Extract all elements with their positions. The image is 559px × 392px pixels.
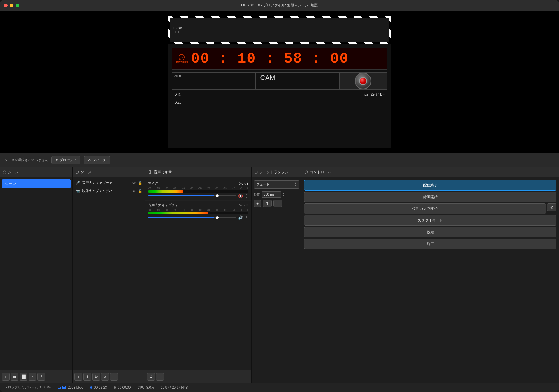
chevron-up-icon[interactable]: ▲ [295, 182, 297, 184]
minimize-button[interactable] [10, 4, 13, 7]
no-source-label: ソースが選択されていません [4, 158, 48, 163]
scene-panel-icon: ⬡ [3, 170, 6, 174]
video-preview: PROD. TITLE ○ FREERUN 00 : 10 : 58 : 00 … [168, 16, 391, 148]
scene-delete-button[interactable]: 🗑 [11, 373, 18, 381]
duration-down-icon[interactable]: ▼ [282, 195, 285, 197]
controls-panel-header: ⬡ コントロール [302, 167, 559, 177]
capture-more-button[interactable]: ⋮ [245, 215, 248, 220]
scene-list: シーン [0, 177, 72, 370]
duration-label: 期間 [254, 192, 260, 197]
mic-mute-button[interactable]: 🔇 [238, 194, 243, 198]
source-toolbar: ソースが選択されていません ⚙ プロパティ 🗂 フィルタ [0, 153, 559, 167]
virtual-cam-button[interactable]: 仮想カメラ開始 [304, 203, 546, 214]
studio-mode-button[interactable]: スタジオモード [304, 215, 556, 226]
bitrate-chart [58, 386, 66, 389]
transition-type-select[interactable]: フェード ▲ ▼ [254, 180, 299, 189]
audio-panel-title: 音声ミキサー [154, 170, 176, 175]
transition-panel-header: ⬡ シーントランジシ... [252, 167, 302, 177]
main-panels: ⬡ シーン シーン + 🗑 ⬜ ∧ ⋮ ⬡ ソース 🎤 音声入力キャプチャ 👁 … [0, 167, 559, 383]
duration-input[interactable]: 300 ms [262, 191, 281, 198]
dropped-frames-label: ドロップしたフレーム 0 (0.0%) [4, 385, 52, 390]
capture-meter-bar [148, 212, 248, 214]
record-inner [359, 77, 367, 85]
source-add-button[interactable]: + [74, 373, 82, 381]
dropped-frames-status: ドロップしたフレーム 0 (0.0%) [4, 385, 52, 390]
source-item-audio[interactable]: 🎤 音声入力キャプチャ 👁 🔒 [73, 179, 145, 187]
transition-more-button[interactable]: ⋮ [273, 200, 282, 207]
capture-volume-icon[interactable]: 🔊 [238, 215, 243, 220]
source-delete-button[interactable]: 🗑 [83, 373, 91, 381]
scene-more-button[interactable]: ⋮ [37, 373, 45, 381]
mic-volume-fill [148, 195, 214, 196]
duration-spinner[interactable]: ▲ ▼ [282, 192, 285, 197]
fps-value: 29.97 DF [371, 92, 385, 96]
lock-icon-2[interactable]: 🔒 [138, 189, 142, 193]
source-video-actions: 👁 🔒 [132, 189, 142, 193]
transition-add-button[interactable]: + [254, 200, 261, 207]
record-button[interactable]: 録画開始 [304, 192, 556, 202]
audio-more-button[interactable]: ⋮ [156, 373, 164, 381]
mic-volume-thumb[interactable] [216, 194, 219, 197]
capture-volume-slider[interactable] [148, 217, 236, 218]
bar-3 [62, 386, 63, 389]
window-title: OBS 30.1.0 - プロファイル: 無題 - シーン: 無題 [241, 3, 318, 8]
capture-volume-fill [148, 217, 214, 218]
source-settings-button[interactable]: ⚙ [92, 373, 100, 381]
chevron-down-icon[interactable]: ▼ [295, 185, 297, 187]
duration-up-icon[interactable]: ▲ [282, 192, 285, 194]
controls-content: 配信終了 録画開始 仮想カメラ開始 ⚙ スタジオモード 設定 終了 [302, 177, 559, 383]
fps-info: fps 29.97 DF [364, 92, 385, 96]
settings-button[interactable]: 設定 [304, 227, 556, 237]
maximize-button[interactable] [16, 4, 19, 7]
mic-meter-bar [148, 190, 248, 193]
bar-5 [65, 386, 66, 389]
eye-icon[interactable]: 👁 [132, 181, 136, 185]
audio-settings-button[interactable]: ⚙ [147, 373, 155, 381]
mic-more-button[interactable]: ⋮ [245, 194, 248, 198]
cam-label: CAM [258, 72, 277, 84]
freerun-label: FREERUN [176, 61, 188, 64]
exit-button[interactable]: 終了 [304, 239, 556, 249]
scene-panel: ⬡ シーン シーン + 🗑 ⬜ ∧ ⋮ [0, 167, 73, 383]
lock-icon[interactable]: 🔒 [138, 181, 142, 185]
stream-button[interactable]: 配信終了 [304, 180, 556, 191]
clapper-top-inner: PROD. TITLE [170, 18, 389, 42]
mic-volume-row: 🔇 ⋮ [148, 194, 248, 198]
filter-button[interactable]: 🗂 フィルタ [84, 156, 110, 164]
source-more-button[interactable]: ⋮ [110, 373, 118, 381]
source-up-button[interactable]: ∧ [101, 373, 109, 381]
eye-icon-2[interactable]: 👁 [132, 189, 136, 193]
transition-spinner[interactable]: ▲ ▼ [295, 182, 297, 187]
scene-up-button[interactable]: ∧ [29, 373, 36, 381]
capture-volume-row: 🔊 ⋮ [148, 215, 248, 220]
transition-panel: ⬡ シーントランジシ... フェード ▲ ▼ 期間 300 ms ▲ ▼ [252, 167, 302, 383]
capture-channel-header: 音声入力キャプチャ 0.0 dB [148, 203, 248, 208]
scene-item-main[interactable]: シーン [2, 179, 71, 188]
mic-volume-slider[interactable] [148, 195, 236, 196]
clapper-date-row: Date [172, 99, 387, 106]
clapper-stripes: PROD. TITLE [168, 16, 391, 44]
close-button[interactable] [4, 4, 8, 7]
source-panel-icon: ⬡ [75, 170, 79, 174]
transition-panel-icon: ⬡ [254, 170, 258, 174]
transition-panel-title: シーントランジシ... [259, 170, 292, 175]
window-controls[interactable] [4, 4, 19, 7]
date-label: Date [174, 101, 181, 104]
duration-value: 300 ms [264, 193, 274, 196]
scene-panel-header: ⬡ シーン [0, 167, 72, 177]
fps-status: 29.97 / 29.97 FPS [161, 386, 188, 389]
fps-label: 29.97 / 29.97 FPS [161, 386, 188, 389]
timecode-display: ○ FREERUN 00 : 10 : 58 : 00 [172, 48, 387, 70]
source-item-video[interactable]: 📷 映像キャプチャデバ 👁 🔒 [73, 187, 145, 195]
bitrate-status: 2663 kbps [58, 386, 83, 389]
scene-filter-button[interactable]: ⬜ [20, 373, 27, 381]
prod-label-line2: TITLE [173, 30, 183, 34]
capture-volume-thumb[interactable] [216, 216, 219, 219]
scene-add-button[interactable]: + [2, 373, 10, 381]
audio-panel: 🎚 音声ミキサー マイク 0.0 dB -60-55-50-45-40-35-3… [145, 167, 252, 383]
properties-button[interactable]: ⚙ プロパティ [51, 156, 80, 164]
mic-meter-scale: -60-55-50-45-40-35-30-25-20-15-10-50 [148, 187, 248, 189]
freerun-indicator: ○ FREERUN [176, 54, 188, 64]
transition-delete-button[interactable]: 🗑 [263, 200, 272, 207]
virtual-cam-settings-button[interactable]: ⚙ [547, 203, 556, 211]
